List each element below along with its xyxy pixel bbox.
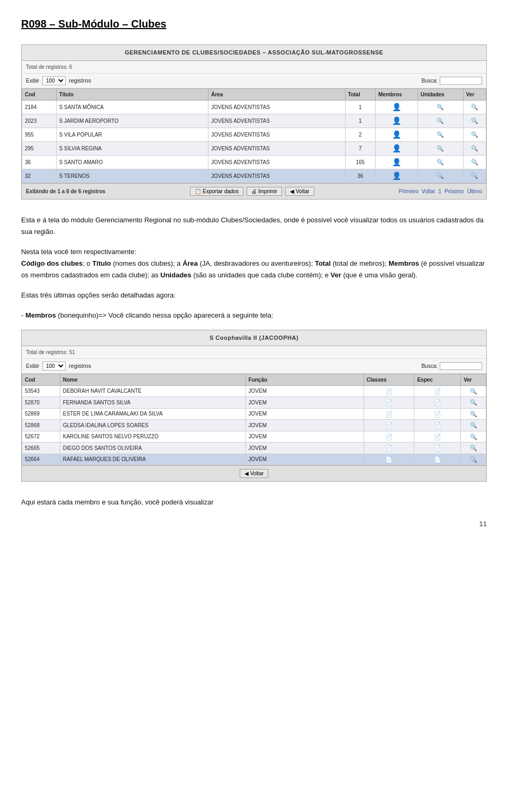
cell-area: JOVENS ADVENTISTAS [208, 114, 345, 128]
cell2-espec[interactable]: 📄 [414, 408, 461, 420]
cell2-classes[interactable]: 📄 [364, 443, 414, 454]
export-icon: 📋 [195, 188, 201, 194]
classes-icon: 📄 [385, 388, 393, 394]
cell2-classes[interactable]: 📄 [364, 454, 414, 465]
exibir2-label: Exibir [26, 362, 39, 370]
cell-membros[interactable]: 👤 [376, 169, 418, 183]
cell-unidades[interactable]: 🔍 [418, 114, 463, 128]
busca-input[interactable] [440, 77, 482, 85]
nav-proximo[interactable]: Próximo [444, 187, 464, 195]
cell2-espec[interactable]: 📄 [414, 443, 461, 454]
nav-voltar[interactable]: Voltar [422, 187, 436, 195]
classes-icon: 📄 [385, 411, 393, 417]
view-icon: 🔍 [471, 118, 478, 124]
cell2-ver[interactable]: 🔍 [461, 385, 486, 397]
espec-icon: 📄 [434, 411, 441, 417]
cell2-ver[interactable]: 🔍 [461, 397, 486, 409]
cell2-espec[interactable]: 📄 [414, 454, 461, 465]
person-icon: 👤 [392, 116, 401, 125]
cell2-classes[interactable]: 📄 [364, 385, 414, 397]
panel1-footer: Exibindo de 1 a 6 de 6 registros 📋 Expor… [22, 183, 486, 199]
cell2-ver[interactable]: 🔍 [461, 431, 486, 443]
panel1-nav: Primeiro Voltar 1 Próximo Último [399, 187, 482, 195]
cell2-espec[interactable]: 📄 [414, 385, 461, 397]
espec-icon: 📄 [434, 399, 441, 405]
panel1-footer-info: Exibindo de 1 a 6 de 6 registros [26, 187, 105, 195]
cell2-ver[interactable]: 🔍 [461, 443, 486, 454]
busca2-input[interactable] [440, 362, 482, 370]
cell2-classes[interactable]: 📄 [364, 408, 414, 420]
body-para1: Esta e á tela do módulo Gerenciamento Re… [21, 214, 487, 238]
cell-unidades[interactable]: 🔍 [418, 128, 463, 141]
nav-ultimo[interactable]: Último [467, 187, 482, 195]
cell2-ver[interactable]: 🔍 [461, 420, 486, 431]
view2-icon: 🔍 [470, 434, 477, 440]
body-para3: Estas três últimas opções serão detalhad… [21, 290, 487, 301]
cell-ver[interactable]: 🔍 [463, 155, 486, 169]
cell-unidades[interactable]: 🔍 [418, 100, 463, 114]
busca-label: Busca: [421, 77, 438, 85]
cell2-ver[interactable]: 🔍 [461, 408, 486, 420]
cell-unidades[interactable]: 🔍 [418, 155, 463, 169]
cell-ver[interactable]: 🔍 [463, 141, 486, 155]
col-cod: Cod [22, 88, 57, 100]
cell-unidades[interactable]: 🔍 [418, 141, 463, 155]
table-row: 52665 DIEGO DOS SANTOS OLIVEIRA JOVEM 📄 … [22, 443, 486, 454]
col-membros: Membros [376, 88, 418, 100]
cell-membros[interactable]: 👤 [376, 141, 418, 155]
col-area: Área [208, 88, 345, 100]
cell-membros[interactable]: 👤 [376, 128, 418, 141]
exibir-select[interactable]: 100 [42, 76, 66, 85]
cell-area: JOVENS ADVENTISTAS [208, 169, 345, 183]
imprimir-btn[interactable]: 🖨 Imprimir [247, 187, 282, 196]
body2-para1: Aqui estará cada membro e sua função, vo… [21, 497, 487, 508]
search-icon: 🔍 [437, 173, 444, 179]
col-titulo: Título [56, 88, 208, 100]
classes-icon: 📄 [385, 399, 393, 405]
cell-ver[interactable]: 🔍 [463, 114, 486, 128]
classes-icon: 📄 [385, 456, 393, 463]
voltar2-btn[interactable]: ◀ Voltar [240, 469, 269, 478]
classes-icon: 📄 [385, 434, 393, 440]
unidades-label: Unidades [160, 271, 192, 279]
cell2-espec[interactable]: 📄 [414, 397, 461, 409]
cell2-espec[interactable]: 📄 [414, 420, 461, 431]
col-unidades: Unidades [418, 88, 463, 100]
cell2-nome: DIEGO DOS SANTOS OLIVEIRA [60, 443, 246, 454]
cell2-classes[interactable]: 📄 [364, 431, 414, 443]
panel2-subheader: Total de registros: 51 [22, 346, 486, 359]
cell-cod: 295 [22, 141, 57, 155]
back-icon: ◀ [290, 188, 294, 194]
col-ver: Ver [463, 88, 486, 100]
exportar-btn[interactable]: 📋 Exportar dados [190, 187, 243, 196]
table-row: 36 S SANTO AMARO JOVENS ADVENTISTAS 165 … [22, 155, 486, 169]
cell2-classes[interactable]: 📄 [364, 420, 414, 431]
panel1-subheader: Total de registros: 6 [22, 61, 486, 74]
registros2-label: registros [69, 362, 91, 371]
view2-icon: 🔍 [470, 445, 477, 451]
cell-ver[interactable]: 🔍 [463, 128, 486, 141]
cell2-nome: RAFAEL MARQUES DE OLIVEIRA [60, 454, 246, 465]
voltar-btn[interactable]: ◀ Voltar [285, 187, 314, 196]
cell2-espec[interactable]: 📄 [414, 431, 461, 443]
cell2-nome: FERNANDA SANTOS SILVA [60, 397, 246, 409]
registros-label: registros [69, 76, 91, 85]
col2-nome: Nome [60, 374, 246, 385]
cell-unidades[interactable]: 🔍 [418, 169, 463, 183]
table-row: 52868 GLEDSA IDALINA LOPES SOARES JOVEM … [22, 420, 486, 431]
nav-primeiro[interactable]: Primeiro [399, 187, 419, 195]
cell-area: JOVENS ADVENTISTAS [208, 100, 345, 114]
cell-membros[interactable]: 👤 [376, 100, 418, 114]
exibir2-select[interactable]: 100 [42, 362, 66, 371]
cell2-funcao: JOVEM [246, 443, 364, 454]
cell2-classes[interactable]: 📄 [364, 397, 414, 409]
cell-ver[interactable]: 🔍 [463, 100, 486, 114]
cell-ver[interactable]: 🔍 [463, 169, 486, 183]
cell2-ver[interactable]: 🔍 [461, 454, 486, 465]
page-title: R098 – Sub-Módulo – Clubes [21, 16, 487, 32]
cell-total: 1 [345, 114, 375, 128]
cell-total: 1 [345, 100, 375, 114]
cell-area: JOVENS ADVENTISTAS [208, 155, 345, 169]
cell-membros[interactable]: 👤 [376, 114, 418, 128]
cell-membros[interactable]: 👤 [376, 155, 418, 169]
